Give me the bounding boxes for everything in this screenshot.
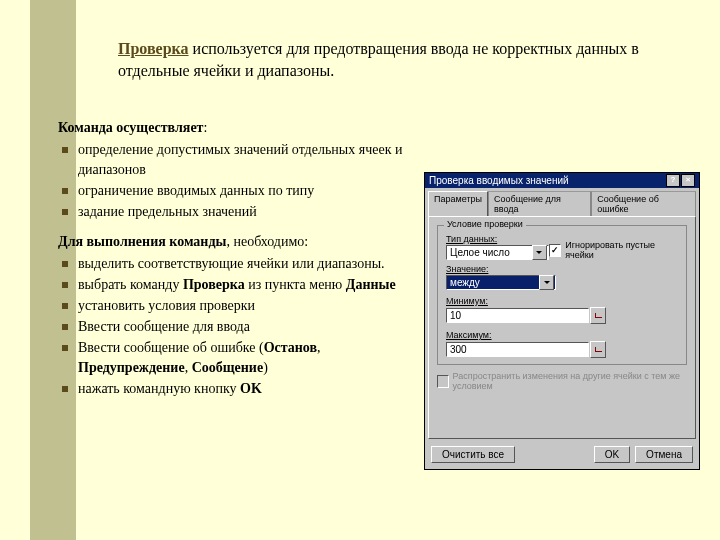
select-data-type[interactable]: Целое число xyxy=(446,245,549,260)
list-item: задание предельных значений xyxy=(58,202,428,222)
dialog-tabs: Параметры Сообщение для ввода Сообщение … xyxy=(425,188,699,216)
ok-button[interactable]: OK xyxy=(594,446,630,463)
tab-input-message[interactable]: Сообщение для ввода xyxy=(488,191,591,216)
tab-error-message[interactable]: Сообщение об ошибке xyxy=(591,191,696,216)
close-button[interactable]: × xyxy=(681,174,695,187)
dialog-title: Проверка вводимых значений xyxy=(429,175,569,186)
help-button[interactable]: ? xyxy=(666,174,680,187)
slide-content: Команда осуществляет: определение допуст… xyxy=(58,118,428,409)
tab-parameters[interactable]: Параметры xyxy=(428,191,488,216)
label-max: Максимум: xyxy=(446,330,606,340)
list-item: ограничение вводимых данных по типу xyxy=(58,181,428,201)
checkbox-icon xyxy=(437,375,449,388)
range-picker-icon[interactable] xyxy=(590,341,606,358)
list-item: Ввести сообщение для ввода xyxy=(58,317,428,337)
input-max[interactable]: 300 xyxy=(446,342,589,357)
list-item: Ввести сообщение об ошибке (Останов, Пре… xyxy=(58,338,428,378)
section1-head: Команда осуществляет xyxy=(58,120,204,135)
dialog-titlebar: Проверка вводимых значений ? × xyxy=(425,173,699,188)
dialog-buttons: Очистить все OK Отмена xyxy=(425,442,699,469)
label-condition: Значение: xyxy=(446,264,556,274)
validation-dialog: Проверка вводимых значений ? × Параметры… xyxy=(424,172,700,470)
cancel-button[interactable]: Отмена xyxy=(635,446,693,463)
title-keyword: Проверка xyxy=(118,40,189,57)
checkbox-ignore-blank[interactable]: ✓ Игнорировать пустые ячейки xyxy=(549,240,678,260)
dialog-panel: Условие проверки Тип данных: Целое число… xyxy=(428,216,696,439)
section1-list: определение допустимых значений отдельны… xyxy=(58,140,428,222)
list-item: выделить соответствующие ячейки или диап… xyxy=(58,254,428,274)
range-picker-icon[interactable] xyxy=(590,307,606,324)
chevron-down-icon xyxy=(539,275,554,290)
slide-title: Проверка используется для предотвращения… xyxy=(118,38,678,82)
value-condition: между xyxy=(450,277,480,288)
list-item: установить условия проверки xyxy=(58,296,428,316)
checkbox-spread: Распространить изменения на другие ячейк… xyxy=(437,371,687,391)
select-condition[interactable]: между xyxy=(446,275,556,290)
value-data-type: Целое число xyxy=(450,247,510,258)
label-spread: Распространить изменения на другие ячейк… xyxy=(453,371,687,391)
group-legend: Условие проверки xyxy=(444,219,526,229)
label-data-type: Тип данных: xyxy=(446,234,549,244)
section2-list: выделить соответствующие ячейки или диап… xyxy=(58,254,428,399)
section2-head-a: Для выполнения команды xyxy=(58,234,226,249)
clear-all-button[interactable]: Очистить все xyxy=(431,446,515,463)
title-rest: используется для предотвращения ввода не… xyxy=(118,40,639,79)
list-item: определение допустимых значений отдельны… xyxy=(58,140,428,180)
checkbox-icon: ✓ xyxy=(549,244,561,257)
section2-head-b: , необходимо: xyxy=(226,234,308,249)
label-min: Минимум: xyxy=(446,296,606,306)
criteria-group: Условие проверки Тип данных: Целое число… xyxy=(437,225,687,365)
list-item: выбрать команду Проверка из пункта меню … xyxy=(58,275,428,295)
label-ignore-blank: Игнорировать пустые ячейки xyxy=(565,240,678,260)
chevron-down-icon xyxy=(532,245,547,260)
input-min[interactable]: 10 xyxy=(446,308,589,323)
list-item: нажать командную кнопку OK xyxy=(58,379,428,399)
